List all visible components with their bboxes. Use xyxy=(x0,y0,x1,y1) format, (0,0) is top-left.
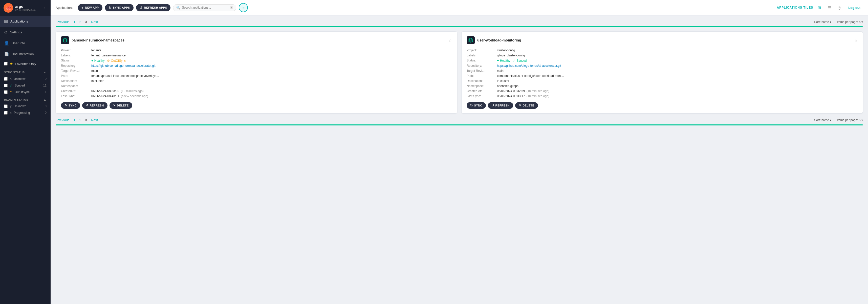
card-1-actions: ↻ SYNC ↺ REFRESH ✕ DELETE xyxy=(61,102,452,109)
card-1-refresh-button[interactable]: ↺ REFRESH xyxy=(82,102,107,109)
back-icon[interactable]: ← xyxy=(43,6,47,10)
unknown-health-checkbox[interactable] xyxy=(4,104,8,108)
card-2-sync-label: SYNC xyxy=(474,104,483,107)
synced-checkbox[interactable] xyxy=(4,84,8,87)
favorites-only-label: Favorites Only xyxy=(15,62,36,66)
filter-unknown-sync[interactable]: ○ Unknown 0 xyxy=(0,75,51,82)
top-right-actions: APPLICATIONS TILES ⊞ ☰ ◷ Log out xyxy=(777,4,863,12)
card-2-lastsync-label: Last Sync: xyxy=(467,94,497,99)
card-1-repo-value: https://github.com/diego-torres/ai-accel… xyxy=(91,63,452,68)
favorites-star-icon: ★ xyxy=(10,61,13,66)
card-2-created-value: 06/06/2024 08:32:59 (10 minutes ago) xyxy=(497,89,858,94)
pagination-links-top: Previous 1 2 3 Next xyxy=(56,20,99,24)
sidebar-item-user-info[interactable]: 👤 User Info xyxy=(0,38,51,49)
filter-synced[interactable]: ✓ Synced 11 xyxy=(0,82,51,89)
search-icon: 🔍 xyxy=(176,6,180,10)
svg-marker-1 xyxy=(469,38,473,40)
favorites-only-checkbox[interactable] xyxy=(4,62,8,65)
card-1-title-area: parasol-insurance-namespaces xyxy=(61,36,124,44)
card-1-delete-button[interactable]: ✕ DELETE xyxy=(110,102,132,109)
sort-area-bottom: Sort: name ▾ Items per page: 5 ▾ xyxy=(814,118,863,122)
card-1-repo-link[interactable]: https://github.com/diego-torres/ai-accel… xyxy=(91,64,155,67)
sync-icon: ↻ xyxy=(108,6,112,10)
progressing-checkbox[interactable] xyxy=(4,111,8,115)
page-1-link-top[interactable]: 1 xyxy=(72,20,76,24)
new-app-button[interactable]: + NEW APP xyxy=(78,4,102,11)
page-3-link-top[interactable]: 3 xyxy=(84,20,88,24)
page-3-link-bottom[interactable]: 3 xyxy=(84,118,88,122)
favorites-only-row[interactable]: ★ Favorites Only xyxy=(0,59,51,68)
card-2-favorite-button[interactable]: ☆ xyxy=(854,38,858,43)
card-2-repo-row: Repository: https://github.com/diego-tor… xyxy=(467,63,858,68)
synced-count: 11 xyxy=(43,84,46,87)
page-2-link-top[interactable]: 2 xyxy=(79,20,82,24)
card-2-refresh-button[interactable]: ↺ REFRESH xyxy=(488,102,513,109)
page-title: Applications xyxy=(56,6,73,10)
card-2-sync-button[interactable]: ↻ SYNC xyxy=(467,102,486,109)
toolbar: Applications + NEW APP ↻ SYNC APPS ↺ REF… xyxy=(51,0,868,16)
next-link-top[interactable]: Next xyxy=(90,20,99,24)
card-2-project-label: Project: xyxy=(467,48,497,53)
filter-outofsync[interactable]: ⊙ OutOfSync 1 xyxy=(0,89,51,95)
card-1-lastsync-label: Last Sync: xyxy=(61,94,91,99)
card-1-sync-icon: ⊙ xyxy=(107,59,110,62)
unknown-sync-checkbox[interactable] xyxy=(4,77,8,81)
card-2-repo-link[interactable]: https://github.com/diego-torres/ai-accel… xyxy=(497,64,561,67)
refresh-apps-label: REFRESH APPS xyxy=(144,6,167,9)
card-2-labels-value: gitops=cluster-config xyxy=(497,53,858,58)
refresh-icon-card2: ↺ xyxy=(491,104,494,107)
sidebar-item-documentation[interactable]: 📄 Documentation xyxy=(0,49,51,59)
sidebar-item-settings[interactable]: ⚙ Settings xyxy=(0,27,51,38)
progress-bar-container xyxy=(56,26,863,27)
card-2-lastsync-value: 06/06/2024 08:33:17 (10 minutes ago) xyxy=(497,94,858,99)
filter-progressing[interactable]: ○ Progressing 0 xyxy=(0,110,51,116)
previous-link-top[interactable]: Previous xyxy=(56,20,70,24)
card-2-project-value: cluster-config xyxy=(497,48,858,53)
page-1-link-bottom[interactable]: 1 xyxy=(72,118,76,122)
card-1-destination-row: Destination: in-cluster xyxy=(61,79,452,84)
card-1-header: parasol-insurance-namespaces ☆ xyxy=(61,36,452,44)
progress-bar-fill xyxy=(56,26,863,27)
card-2-path-label: Path: xyxy=(467,73,497,79)
card-1-target-value: main xyxy=(91,68,452,73)
tiles-view-button[interactable]: ⊞ xyxy=(816,4,823,12)
refresh-apps-button[interactable]: ↺ REFRESH APPS xyxy=(136,4,171,11)
card-1-sync-button[interactable]: ↻ SYNC xyxy=(61,102,80,109)
card-2-sync-text: Synced xyxy=(517,59,527,62)
logout-button[interactable]: Log out xyxy=(846,4,863,11)
delete-icon-card1: ✕ xyxy=(113,104,116,107)
card-1-labels-label: Labels: xyxy=(61,53,91,58)
next-link-bottom[interactable]: Next xyxy=(90,118,99,122)
sync-status-chevron[interactable]: ▲ xyxy=(43,70,46,74)
previous-link-bottom[interactable]: Previous xyxy=(56,118,70,122)
card-2-delete-button[interactable]: ✕ DELETE xyxy=(515,102,538,109)
network-view-button[interactable]: ◷ xyxy=(836,4,843,12)
card-1-repo-row: Repository: https://github.com/diego-tor… xyxy=(61,63,452,68)
unknown-health-count: 0 xyxy=(45,104,46,108)
filter-toggle-button[interactable]: ≡ xyxy=(239,3,248,12)
sync-apps-button[interactable]: ↻ SYNC APPS xyxy=(105,4,133,11)
sidebar-item-applications[interactable]: ▦ Applications xyxy=(0,16,51,27)
card-2-destination-value: in-cluster xyxy=(497,79,858,84)
unknown-health-label: Unknown xyxy=(14,104,43,108)
app-card-2: user-workload-monitoring ☆ Project: clus… xyxy=(461,31,863,114)
page-2-link-bottom[interactable]: 2 xyxy=(79,118,82,122)
search-kbd: / xyxy=(230,6,233,9)
list-view-button[interactable]: ☰ xyxy=(826,4,833,12)
sidebar-header: 🐙 argo v2.10.10+9b3d0c0 ← xyxy=(0,0,51,16)
search-input[interactable] xyxy=(182,6,228,9)
card-2-title-area: user-workload-monitoring xyxy=(467,36,521,44)
card-2-table: Project: cluster-config Labels: gitops=c… xyxy=(467,48,858,99)
card-1-created-value: 06/06/2024 08:33:00 (10 minutes ago) xyxy=(91,89,452,94)
card-1-labels-value: tenant=parasol-insurance xyxy=(91,53,452,58)
card-2-target-label: Target Revi...: xyxy=(467,68,497,73)
new-app-label: NEW APP xyxy=(85,6,99,9)
outofsync-checkbox[interactable] xyxy=(4,90,8,94)
progress-bar-bottom-container xyxy=(56,124,863,125)
health-status-chevron[interactable]: ▲ xyxy=(43,98,46,101)
card-2-actions: ↻ SYNC ↺ REFRESH ✕ DELETE xyxy=(467,102,858,109)
filter-unknown-health[interactable]: ? Unknown 0 xyxy=(0,103,51,110)
card-1-favorite-button[interactable]: ☆ xyxy=(448,38,452,43)
card-1-project-row: Project: tenants xyxy=(61,48,452,53)
sidebar: 🐙 argo v2.10.10+9b3d0c0 ← ▦ Applications… xyxy=(0,0,51,304)
